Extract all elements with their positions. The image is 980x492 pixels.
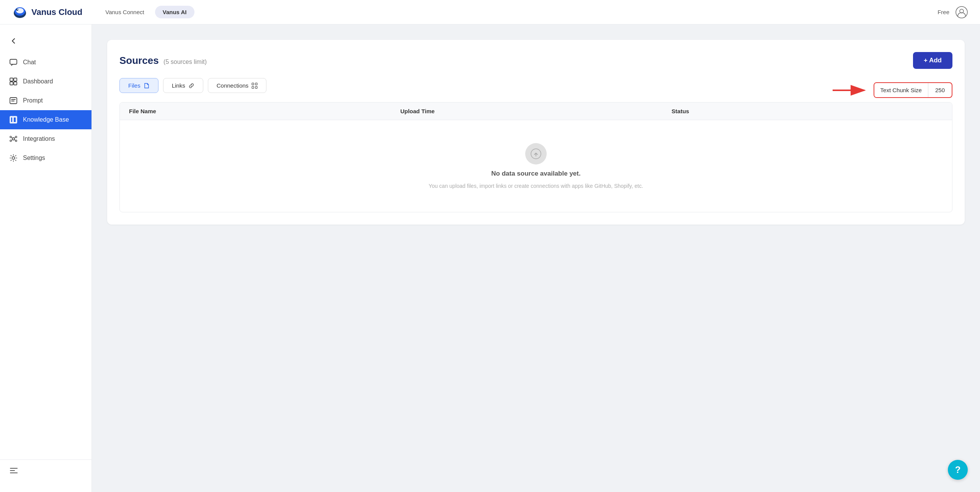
link-icon [188, 83, 194, 89]
chunk-size-value[interactable]: 250 [928, 83, 952, 97]
tab-links-label: Links [172, 82, 185, 89]
nav-vanus-ai[interactable]: Vanus AI [155, 6, 194, 18]
sidebar-label-chat: Chat [23, 59, 36, 66]
sidebar-bottom [0, 459, 91, 483]
svg-point-22 [12, 157, 15, 160]
user-icon[interactable] [956, 6, 968, 18]
svg-rect-27 [255, 83, 257, 85]
empty-title: No data source available yet. [491, 170, 580, 178]
red-arrow-icon [831, 83, 869, 97]
tab-links[interactable]: Links [163, 78, 203, 93]
integrations-icon [9, 135, 18, 143]
tab-files[interactable]: Files [119, 78, 158, 93]
sidebar-item-prompt[interactable]: Prompt [0, 91, 91, 110]
red-arrow-annotation [831, 83, 869, 97]
dashboard-icon [9, 77, 18, 86]
chunk-size-label: Text Chunk Size [874, 83, 928, 97]
tab-bar-row: Files Links [119, 78, 952, 102]
sidebar: Chat Dashboard Prompt [0, 24, 92, 492]
sidebar-label-prompt: Prompt [23, 97, 43, 104]
column-upload-time: Upload Time [400, 108, 672, 114]
sidebar-item-knowledge-base[interactable]: Knowledge Base [0, 110, 91, 129]
back-icon [9, 37, 18, 45]
table-header: File Name Upload Time Status [120, 103, 952, 120]
svg-point-5 [956, 7, 967, 18]
help-button[interactable]: ? [948, 460, 968, 480]
chunk-size-box: Text Chunk Size 250 [874, 82, 952, 98]
tab-connections[interactable]: Connections [208, 78, 266, 93]
svg-rect-26 [252, 83, 254, 85]
sidebar-label-knowledge-base: Knowledge Base [23, 116, 69, 123]
sources-title: Sources [119, 55, 159, 66]
connections-icon [252, 83, 258, 89]
app-body: Chat Dashboard Prompt [0, 24, 980, 492]
svg-rect-8 [10, 78, 13, 81]
svg-point-4 [17, 8, 18, 10]
sources-header: Sources (5 sources limit) + Add [119, 52, 952, 69]
sources-title-area: Sources (5 sources limit) [119, 55, 207, 67]
nav-vanus-connect[interactable]: Vanus Connect [98, 6, 152, 18]
logo-text: Vanus Cloud [31, 7, 82, 17]
add-button[interactable]: + Add [913, 52, 952, 69]
content-card: Sources (5 sources limit) + Add Files [107, 40, 965, 225]
svg-rect-12 [10, 98, 17, 104]
tab-bar: Files Links [119, 78, 831, 93]
prompt-icon [9, 96, 18, 105]
sidebar-label-integrations: Integrations [23, 135, 55, 142]
svg-rect-11 [14, 82, 17, 85]
svg-point-14 [10, 136, 11, 138]
tab-connections-label: Connections [217, 82, 248, 89]
header-right: Free [938, 6, 968, 18]
sources-limit: (5 sources limit) [163, 59, 207, 65]
settings-icon [9, 154, 18, 162]
header: Vanus Cloud Vanus Connect Vanus AI Free [0, 0, 980, 24]
sidebar-item-dashboard[interactable]: Dashboard [0, 72, 91, 91]
empty-desc: You can upload files, import links or cr… [429, 183, 643, 189]
plan-badge: Free [938, 9, 949, 15]
tab-files-label: Files [128, 82, 140, 89]
knowledge-base-icon [9, 116, 18, 124]
svg-rect-29 [255, 86, 257, 88]
sidebar-item-integrations[interactable]: Integrations [0, 129, 91, 148]
logo-icon [12, 5, 28, 20]
back-button[interactable] [0, 34, 91, 53]
svg-rect-28 [252, 86, 254, 88]
chat-icon [9, 58, 18, 67]
sidebar-item-chat[interactable]: Chat [0, 53, 91, 72]
logo-area: Vanus Cloud [12, 5, 82, 20]
upload-icon-circle [525, 143, 547, 165]
nav-links: Vanus Connect Vanus AI [98, 6, 938, 18]
sidebar-label-settings: Settings [23, 155, 45, 161]
upload-icon [531, 148, 541, 159]
svg-point-15 [15, 136, 17, 138]
main-content: Sources (5 sources limit) + Add Files [92, 24, 980, 492]
column-status: Status [671, 108, 943, 114]
file-icon [144, 83, 150, 89]
svg-rect-9 [14, 78, 17, 81]
svg-point-16 [10, 140, 11, 142]
column-file-name: File Name [129, 108, 400, 114]
svg-rect-7 [10, 59, 17, 64]
sidebar-nav: Chat Dashboard Prompt [0, 53, 91, 459]
svg-rect-10 [10, 82, 13, 85]
svg-point-17 [15, 140, 17, 142]
table-empty-state: No data source available yet. You can up… [120, 120, 952, 212]
sidebar-label-dashboard: Dashboard [23, 78, 53, 85]
data-table: File Name Upload Time Status No data sou… [119, 102, 952, 212]
sidebar-item-settings[interactable]: Settings [0, 148, 91, 168]
menu-icon[interactable] [9, 466, 18, 475]
